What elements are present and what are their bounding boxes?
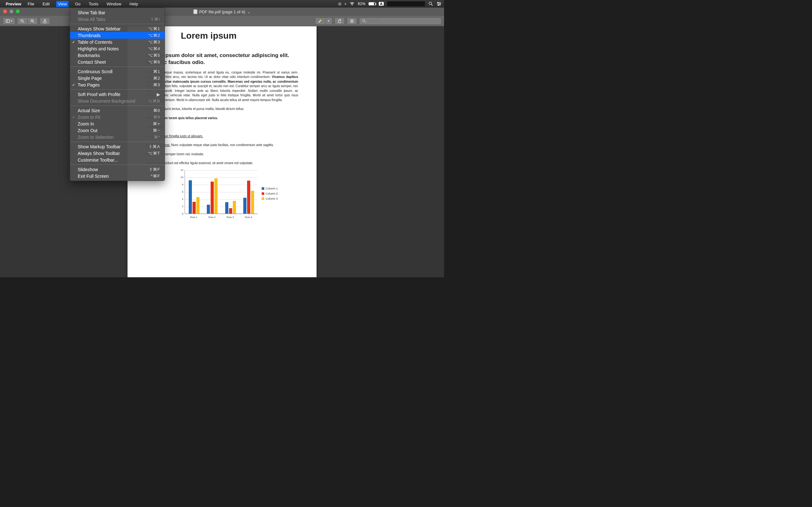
title-dropdown-icon[interactable]: ⌄ [247, 9, 251, 14]
view-menu-item[interactable]: Bookmarks⌥⌘5 [70, 52, 165, 59]
view-menu-item[interactable]: Show Markup Toolbar⇧⌘A [70, 143, 165, 150]
share-button[interactable] [40, 17, 50, 25]
menu-go[interactable]: Go [73, 1, 82, 7]
view-menu-item[interactable]: Show Tab Bar [70, 9, 165, 16]
svg-point-6 [438, 2, 438, 3]
legend-item: Column 2 [265, 192, 278, 196]
sidebar-icon [5, 19, 10, 23]
menu-shortcut: ⌥⌘6 [148, 60, 160, 64]
view-menu-item[interactable]: Actual Size⌘0 [70, 107, 165, 114]
submenu-arrow-icon: ▶ [157, 92, 160, 97]
document-area[interactable]: Lorem ipsum Lorem ipsum dolor sit amet, … [0, 26, 444, 277]
doc-paragraph: Vestibulum neque massa, scelerisque sit … [146, 70, 298, 103]
menu-item-label: Actual Size [78, 108, 153, 113]
menu-item-label: Thumbnails [78, 33, 148, 38]
input-source[interactable]: A [379, 2, 384, 6]
view-menu-item[interactable]: Always Show Toolbar⌥⌘T [70, 150, 165, 157]
markup-button[interactable] [347, 17, 357, 25]
highlight-button[interactable] [315, 17, 325, 25]
view-menu-item[interactable]: Customise Toolbar... [70, 157, 165, 163]
menu-shortcut: ⌘1 [153, 69, 160, 74]
highlight-dropdown[interactable]: ▾ [325, 17, 333, 25]
view-menu-item[interactable]: ✓Two Pages⌘3 [70, 81, 165, 88]
creative-cloud-icon[interactable]: ◎ [338, 2, 341, 6]
search-field[interactable] [359, 17, 442, 25]
svg-line-13 [23, 21, 24, 22]
zoom-out-button[interactable] [17, 17, 27, 25]
x-tick-label: Row 3 [226, 216, 234, 219]
view-menu-item[interactable]: Highlights and Notes⌥⌘4 [70, 45, 165, 52]
menu-shortcut: ⌥⌘4 [148, 46, 160, 51]
y-tick-label: 10 [177, 176, 183, 179]
spotlight-icon[interactable] [428, 1, 433, 6]
menu-edit[interactable]: Edit [41, 1, 51, 7]
battery-icon[interactable] [368, 2, 375, 5]
menu-item-label: Contact Sheet [78, 60, 148, 65]
view-menu-item[interactable]: Slideshow⇧⌘F [70, 166, 165, 173]
menu-shortcut: ⌘3 [153, 82, 160, 87]
view-menu-item[interactable]: Single Page⌘2 [70, 75, 165, 81]
menu-item-label: Zoom to Selection [78, 135, 154, 140]
menu-help[interactable]: Help [128, 1, 140, 7]
bar [211, 181, 214, 214]
svg-point-1 [429, 2, 432, 5]
view-menu-item[interactable]: Continuous Scroll⌘1 [70, 68, 165, 75]
view-menu-item[interactable]: Zoom In⌘+ [70, 120, 165, 127]
zoom-in-button[interactable] [27, 17, 38, 25]
doc-list-item: Aenean congue fringilla justo ut aliquam… [146, 134, 298, 139]
window-titlebar: PDF file.pdf (page 1 of 4) ⌄ [0, 8, 444, 16]
view-menu-item[interactable]: Soft Proof with Profile▶ [70, 91, 165, 98]
svg-point-21 [362, 19, 365, 21]
view-menu-item[interactable]: Zoom Out⌘− [70, 127, 165, 134]
rotate-button[interactable] [334, 17, 345, 25]
bar [214, 178, 217, 213]
menu-shortcut: ⌥⌘1 [148, 26, 160, 31]
svg-rect-9 [6, 20, 9, 22]
view-menu-item[interactable]: Exit Full Screen^⌘F [70, 173, 165, 179]
y-tick-label: 6 [177, 190, 183, 194]
menu-tools[interactable]: Tools [87, 1, 100, 7]
view-menu-item[interactable]: ✓Table of Contents⌥⌘3 [70, 39, 165, 45]
menu-view[interactable]: View [56, 1, 69, 7]
sidebar-toggle-button[interactable]: ▾ [3, 17, 15, 25]
doc-list-item: Mauris id ex erat. Nunc vulputate neque … [146, 143, 298, 148]
zoom-in-icon [30, 19, 35, 23]
window-controls [3, 9, 20, 13]
bar [193, 202, 196, 214]
wifi-icon[interactable] [350, 1, 355, 6]
close-button[interactable] [3, 9, 7, 13]
app-name[interactable]: Preview [6, 2, 21, 6]
menu-item-label: Table of Contents [78, 40, 148, 45]
menu-shortcut: ⌥⌘5 [148, 53, 160, 58]
bar [243, 198, 247, 213]
menu-file[interactable]: File [26, 1, 36, 7]
menu-shortcut: ⌘+ [153, 121, 160, 126]
doc-list-item: Maecenas non lorem quis tellus placerat … [146, 116, 298, 121]
highlighter-icon [318, 19, 322, 23]
view-menu-item: ✓Zoom to Fit⌘9 [70, 114, 165, 120]
doc-title: Lorem ipsum [181, 30, 298, 43]
document-proxy-icon[interactable] [194, 9, 197, 14]
search-input[interactable] [368, 19, 439, 23]
doc-list-item: Maecenas tincidunt est efficitur ligula … [146, 161, 298, 166]
chevron-down-icon: ▾ [328, 19, 329, 22]
menu-item-label: Continuous Scroll [78, 69, 153, 74]
view-menu-item[interactable]: Thumbnails⌥⌘2 [70, 32, 165, 39]
view-menu-item: Show All Tabs⇧⌘\ [70, 16, 165, 22]
menu-item-label: Exit Full Screen [78, 174, 151, 179]
zoom-button[interactable] [16, 9, 20, 13]
menu-item-label: Zoom to Fit [78, 115, 153, 120]
zoom-out-icon [20, 19, 25, 23]
bar [189, 180, 192, 214]
menu-shortcut: ⌥⌘2 [148, 33, 160, 38]
minimize-button[interactable] [9, 9, 13, 13]
menu-window[interactable]: Window [105, 1, 123, 7]
control-center-icon[interactable] [437, 1, 442, 6]
view-menu-item[interactable]: Always Show Sidebar⌥⌘1 [70, 25, 165, 32]
bluetooth-icon[interactable]: ᚛ [345, 2, 346, 6]
svg-point-0 [352, 5, 352, 5]
menu-shortcut: ⌘2 [153, 76, 160, 80]
doc-paragraph: Maecenas mauris lectus, lobortis et puru… [146, 107, 298, 112]
view-menu-item[interactable]: Contact Sheet⌥⌘6 [70, 59, 165, 65]
view-menu-item: Zoom to Selection⌘* [70, 134, 165, 140]
